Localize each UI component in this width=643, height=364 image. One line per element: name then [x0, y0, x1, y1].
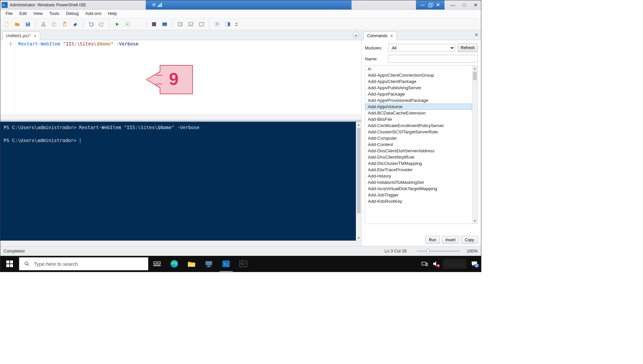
tab-close-icon[interactable]: ✕ [34, 34, 37, 38]
cmd-icon[interactable]: C:\ [235, 256, 252, 272]
run-button[interactable]: Run [425, 236, 440, 244]
layout-bottom-icon[interactable] [187, 20, 195, 29]
edge-icon[interactable] [166, 256, 183, 272]
command-list-item[interactable]: Add-AppvPublishingServer [365, 85, 472, 91]
menu-addons[interactable]: Add-ons [82, 10, 105, 18]
file-explorer-icon[interactable] [183, 256, 200, 272]
inner-restore-icon[interactable] [428, 3, 433, 7]
close-icon[interactable]: ✕ [474, 2, 478, 8]
command-list-item[interactable]: Add-KdsRootKey [365, 198, 472, 204]
command-list-item[interactable]: Add-DtcClusterTMMapping [365, 160, 472, 167]
inner-minimize-icon[interactable]: — [421, 2, 425, 7]
zoom-slider[interactable] [417, 251, 460, 252]
tray-datetime[interactable] [443, 259, 466, 269]
command-list-item[interactable]: Add-BitsFile [365, 116, 472, 122]
svg-rect-25 [158, 262, 160, 264]
command-list-item[interactable]: Add-EtwTraceProvider [365, 167, 472, 173]
menu-debug[interactable]: Debug [63, 10, 82, 18]
menu-view[interactable]: View [30, 10, 46, 18]
command-list-item[interactable]: A: [365, 66, 472, 72]
command-list-item[interactable]: Add-DnsClientNrptRule [365, 154, 472, 160]
command-list-item[interactable]: Add-BCDataCacheExtension [365, 110, 472, 116]
signal-icon [157, 3, 162, 7]
command-list-item[interactable]: Add-AppxProvisionedPackage [365, 97, 472, 104]
menu-edit[interactable]: Edit [16, 10, 30, 18]
script-editor[interactable]: 1 Restart-WebItem "IIS:\Sites\$Name" -Ve… [0, 40, 361, 120]
powershell-ise-taskbar-icon[interactable]: >_ [217, 256, 235, 272]
taskbar-search[interactable]: Type here to search [19, 257, 148, 270]
editor-h-scrollbar[interactable] [0, 114, 361, 120]
svg-point-2 [42, 25, 43, 26]
console-pane[interactable]: PS C:\Users\administrador> Restart-WebIt… [0, 122, 361, 246]
paste-icon[interactable] [60, 20, 69, 29]
console-h-scrollbar[interactable] [0, 241, 361, 246]
menu-tools[interactable]: Tools [46, 10, 62, 18]
open-file-icon[interactable] [13, 20, 22, 29]
redo-icon[interactable] [97, 20, 106, 29]
commands-list-scrollbar[interactable]: ▲▼ [472, 66, 477, 224]
command-list-item[interactable]: Add-AppvClientPackage [365, 78, 472, 85]
menu-file[interactable]: File [2, 10, 16, 18]
clear-icon[interactable] [71, 20, 80, 29]
undo-icon[interactable] [87, 20, 95, 29]
maximize-icon[interactable]: □ [463, 2, 466, 8]
copy-button[interactable]: Copy [461, 236, 478, 244]
tray-network-icon[interactable] [421, 261, 428, 266]
notifications-icon[interactable]: 2 [471, 261, 478, 267]
refresh-button[interactable]: Refresh [458, 43, 478, 52]
commands-tab-close-icon[interactable]: ✕ [390, 34, 393, 38]
server-manager-icon[interactable] [200, 256, 217, 272]
menu-help[interactable]: Help [105, 10, 120, 18]
zoom-percent: 100% [463, 249, 478, 254]
script-tab[interactable]: Untitled1.ps1* ✕ [2, 32, 40, 40]
command-list-item[interactable]: Add-AppxPackage [365, 91, 472, 97]
svg-rect-8 [64, 22, 66, 23]
run-icon[interactable] [113, 20, 121, 29]
task-view-icon[interactable] [148, 256, 166, 272]
command-list-item[interactable]: Add-Computer [365, 135, 472, 141]
new-file-icon[interactable] [2, 20, 11, 29]
inner-close-icon[interactable]: ✕ [436, 2, 440, 7]
svg-rect-22 [235, 25, 237, 26]
command-list-item[interactable]: Add-ClusteriSCSITargetServerRole [365, 129, 472, 135]
layout-full-icon[interactable] [197, 20, 206, 29]
tray-volume-icon[interactable]: ✕ [433, 261, 439, 266]
svg-rect-15 [181, 22, 182, 26]
modules-select[interactable]: All [388, 44, 455, 52]
insert-button[interactable]: Insert [442, 236, 459, 244]
console-v-scrollbar[interactable]: ▲▼ [356, 122, 361, 241]
name-label: Name: [365, 56, 385, 61]
command-list-item[interactable]: Add-CertificateEnrollmentPolicyServer [365, 122, 472, 129]
svg-rect-1 [27, 24, 29, 26]
new-remote-tab-icon[interactable]: >_ [160, 20, 169, 29]
command-list-item[interactable]: Add-DnsClientDohServerAddress [365, 148, 472, 154]
commands-list[interactable]: A:Add-AppvClientConnectionGroupAdd-AppvC… [365, 65, 478, 224]
run-selection-icon[interactable] [123, 20, 132, 29]
command-list-item[interactable]: Add-IscsiVirtualDiskTargetMapping [365, 185, 472, 192]
toolbar-overflow-icon[interactable] [234, 20, 239, 29]
commands-tab[interactable]: Commands ✕ [363, 32, 397, 40]
command-list-item[interactable]: Add-AppvClientConnectionGroup [365, 72, 472, 78]
start-button[interactable] [0, 256, 19, 272]
name-input[interactable] [388, 55, 478, 63]
command-list-item[interactable]: Add-InitiatorIdToMaskingSet [365, 179, 472, 185]
titlebar: >_ Administrator: Windows PowerShell ISE… [0, 0, 481, 10]
stop-icon[interactable] [134, 20, 143, 29]
save-icon[interactable] [24, 20, 32, 29]
window-controls: — □ ✕ [450, 2, 478, 8]
minimize-icon[interactable]: — [450, 2, 455, 8]
commands-pane-close-icon[interactable]: ✕ [474, 32, 478, 38]
command-list-item[interactable]: Add-AppxVolume [365, 104, 472, 110]
show-command-addon-icon[interactable] [223, 20, 232, 29]
breakpoint-icon[interactable] [150, 20, 158, 29]
show-command-icon[interactable] [213, 20, 221, 29]
window-title: Administrator: Windows PowerShell ISE [10, 2, 86, 7]
editor-code[interactable]: Restart-WebItem "IIS:\Sites\$Name" -Verb… [16, 40, 361, 120]
command-list-item[interactable]: Add-Content [365, 141, 472, 148]
copy-icon[interactable] [50, 20, 58, 29]
command-list-item[interactable]: Add-History [365, 173, 472, 179]
collapse-script-pane-icon[interactable]: ▲ [353, 32, 359, 38]
layout-right-icon[interactable] [176, 20, 185, 29]
command-list-item[interactable]: Add-JobTrigger [365, 192, 472, 198]
cut-icon[interactable] [39, 20, 48, 29]
